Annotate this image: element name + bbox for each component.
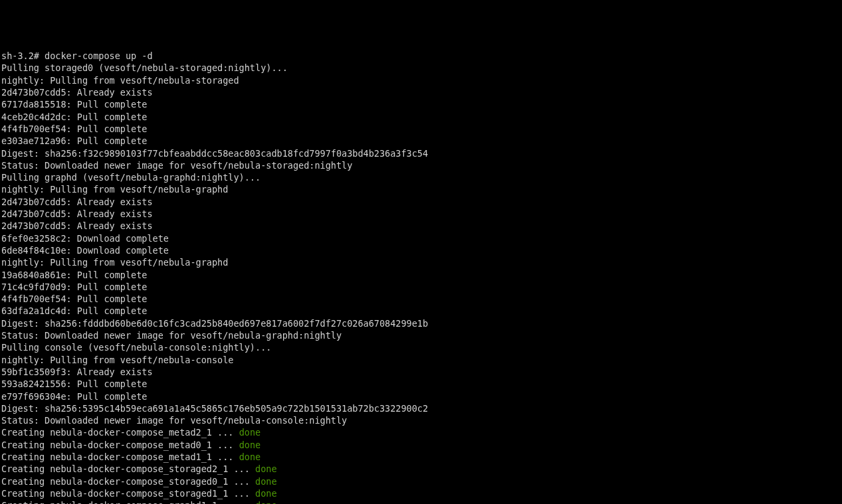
output-line: e303ae712a96: Pull complete xyxy=(1,135,842,147)
done-status: done xyxy=(255,463,277,474)
output-line: nightly: Pulling from vesoft/nebula-stor… xyxy=(1,74,842,86)
output-line: 593a82421556: Pull complete xyxy=(1,378,842,390)
output-line: Digest: sha256:fdddbd60be6d0c16fc3cad25b… xyxy=(1,317,842,329)
creating-prefix: Creating nebula-docker-compose_metad2_1 … xyxy=(1,427,239,438)
output-line: 63dfa2a1dc4d: Pull complete xyxy=(1,305,842,317)
creating-line: Creating nebula-docker-compose_storaged0… xyxy=(1,475,842,487)
output-line: Pulling console (vesoft/nebula-console:n… xyxy=(1,341,842,353)
output-line: 4ceb20c4d2dc: Pull complete xyxy=(1,111,842,123)
creating-prefix: Creating nebula-docker-compose_metad1_1 … xyxy=(1,452,239,462)
output-line: 2d473b07cdd5: Already exists xyxy=(1,86,842,98)
output-line: 59bf1c3509f3: Already exists xyxy=(1,366,842,378)
done-status: done xyxy=(255,476,277,487)
output-line: 2d473b07cdd5: Already exists xyxy=(1,220,842,232)
output-line: 2d473b07cdd5: Already exists xyxy=(1,208,842,220)
creating-prefix: Creating nebula-docker-compose_storaged1… xyxy=(1,488,255,499)
creating-prefix: Creating nebula-docker-compose_storaged2… xyxy=(1,463,255,474)
creating-prefix: Creating nebula-docker-compose_storaged0… xyxy=(1,476,255,487)
output-line: Status: Downloaded newer image for vesof… xyxy=(1,414,842,426)
output-line: nightly: Pulling from vesoft/nebula-cons… xyxy=(1,354,842,366)
creating-line: Creating nebula-docker-compose_metad0_1 … xyxy=(1,439,842,451)
creating-prefix: Creating nebula-docker-compose_graphd1_1… xyxy=(1,500,255,504)
output-line: 4f4fb700ef54: Pull complete xyxy=(1,123,842,135)
done-status: done xyxy=(255,488,277,499)
output-line: 2d473b07cdd5: Already exists xyxy=(1,196,842,208)
creating-prefix: Creating nebula-docker-compose_metad0_1 … xyxy=(1,440,239,450)
output-line: Digest: sha256:5395c14b59eca691a1a45c586… xyxy=(1,402,842,414)
done-status: done xyxy=(239,452,261,462)
creating-line: Creating nebula-docker-compose_storaged2… xyxy=(1,463,842,475)
output-line: e797f696304e: Pull complete xyxy=(1,390,842,402)
shell-prompt: sh-3.2# xyxy=(1,50,45,61)
output-line: 71c4c9fd70d9: Pull complete xyxy=(1,281,842,293)
command-text: docker-compose up -d xyxy=(45,50,153,61)
done-status: done xyxy=(239,427,261,438)
output-line: 6fef0e3258c2: Download complete xyxy=(1,232,842,244)
creating-line: Creating nebula-docker-compose_storaged1… xyxy=(1,487,842,499)
creating-line: Creating nebula-docker-compose_graphd1_1… xyxy=(1,499,842,504)
output-line: 6717da815518: Pull complete xyxy=(1,98,842,110)
output-line: Status: Downloaded newer image for vesof… xyxy=(1,329,842,341)
output-line: Status: Downloaded newer image for vesof… xyxy=(1,159,842,171)
terminal-output: sh-3.2# docker-compose up -dPulling stor… xyxy=(1,50,842,504)
output-line: nightly: Pulling from vesoft/nebula-grap… xyxy=(1,183,842,195)
output-line: 6de84f84c10e: Download complete xyxy=(1,244,842,256)
output-line: Digest: sha256:f32c9890103f77cbfeaabddcc… xyxy=(1,147,842,159)
output-line: Pulling graphd (vesoft/nebula-graphd:nig… xyxy=(1,171,842,183)
creating-line: Creating nebula-docker-compose_metad1_1 … xyxy=(1,451,842,463)
output-line: nightly: Pulling from vesoft/nebula-grap… xyxy=(1,256,842,268)
done-status: done xyxy=(255,500,277,504)
output-line: 19a6840a861e: Pull complete xyxy=(1,269,842,281)
creating-line: Creating nebula-docker-compose_metad2_1 … xyxy=(1,426,842,438)
terminal-prompt-line: sh-3.2# docker-compose up -d xyxy=(1,50,842,62)
output-line: Pulling storaged0 (vesoft/nebula-storage… xyxy=(1,62,842,74)
done-status: done xyxy=(239,440,261,450)
output-line: 4f4fb700ef54: Pull complete xyxy=(1,293,842,305)
